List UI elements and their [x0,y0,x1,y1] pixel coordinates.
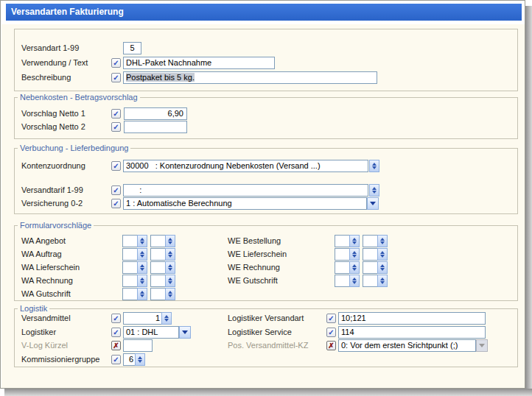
netto1-edit-toggle[interactable]: ✓ [111,109,121,119]
spinner-button[interactable] [165,235,175,247]
spinner-button[interactable] [349,235,360,247]
pos-versandmittel-kz-dropdown[interactable]: 0: Vor dem ersten Srichtpunkt (;) [338,339,488,352]
logistiker-versandart-edit-toggle[interactable]: ✓ [326,314,336,323]
spin-down-icon[interactable] [380,281,385,284]
spin-up-icon[interactable] [380,238,385,241]
logistiker-versandart-input[interactable]: 10;121 [338,312,486,325]
spin-down-icon[interactable] [352,268,357,271]
spinner-button[interactable] [349,261,360,274]
spin-input[interactable] [122,235,137,247]
logistiker-service-input[interactable]: 114 [338,326,486,339]
kontenzuordnung-edit-toggle[interactable]: ✓ [111,161,121,171]
spin-up-icon[interactable] [352,264,357,267]
spin-input[interactable] [122,261,137,274]
spin-down-icon[interactable] [140,255,144,258]
spin-up-icon[interactable] [138,356,142,359]
spin-input[interactable] [363,248,377,261]
spin-up-icon[interactable] [380,251,385,254]
kommissioniergruppe-input[interactable]: 6 [123,353,135,366]
spin-input[interactable] [150,288,165,300]
we-rechnung-spin1[interactable] [335,261,360,274]
spin-input[interactable] [335,235,349,247]
spin-down-icon[interactable] [140,281,144,284]
logistiker-service-edit-toggle[interactable]: ✓ [326,328,336,337]
spin-input[interactable] [363,235,377,247]
spin-down-icon[interactable] [140,241,144,244]
wa-gutschrift-spin1[interactable] [122,288,147,300]
beschreibung-input[interactable]: Postpaket bis 5 kg. [123,71,377,84]
we-gutschrift-spin2[interactable] [363,275,388,287]
spin-up-icon[interactable] [352,238,357,241]
spin-up-icon[interactable] [168,277,172,280]
spin-up-icon[interactable] [352,251,357,254]
wa-angebot-spin1[interactable] [122,235,147,247]
vlog-kuerzel-input[interactable] [123,339,153,352]
spin-up-icon[interactable] [352,277,357,280]
we-rechnung-spin2[interactable] [363,261,388,274]
spin-down-icon[interactable] [380,255,385,258]
spin-down-icon[interactable] [168,241,172,244]
spin-input[interactable] [335,248,349,261]
spinner-button[interactable] [377,261,388,274]
kommissioniergruppe-spinfield[interactable]: 6 [123,353,145,366]
spin-down-icon[interactable] [380,241,385,244]
spinner-button[interactable] [369,160,379,172]
spinner-button[interactable] [137,248,147,261]
spin-down-icon[interactable] [168,294,172,297]
pos-versandmittel-kz-value[interactable]: 0: Vor dem ersten Srichtpunkt (;) [338,339,476,352]
spinner-button[interactable] [377,275,388,287]
netto2-edit-toggle[interactable]: ✓ [111,122,121,132]
spinner-button[interactable] [165,288,175,300]
spin-up-icon[interactable] [140,238,144,241]
spin-up-icon[interactable] [168,238,172,241]
spin-up-icon[interactable] [168,291,172,294]
dropdown-button[interactable] [367,197,379,210]
spinner-button[interactable] [369,184,379,197]
netto1-input[interactable]: 6,90 [124,107,187,120]
we-lieferschein-spin1[interactable] [335,248,360,261]
spin-down-icon[interactable] [372,166,377,169]
dropdown-button[interactable] [179,326,191,339]
spinner-button[interactable] [137,288,147,300]
spinner-button[interactable] [165,275,175,287]
spin-down-icon[interactable] [352,241,357,244]
spin-down-icon[interactable] [164,319,169,322]
spin-up-icon[interactable] [372,187,377,190]
vlog-kuerzel-edit-toggle[interactable]: ✗ [111,341,121,350]
spin-up-icon[interactable] [380,264,385,267]
spinner-button[interactable] [165,261,175,274]
wa-angebot-spin2[interactable] [150,235,175,247]
spin-input[interactable] [150,261,165,274]
spin-down-icon[interactable] [140,294,144,297]
spin-input[interactable] [122,288,137,300]
wa-rechnung-spin2[interactable] [150,275,175,287]
versandmittel-edit-toggle[interactable]: ✓ [111,314,121,323]
pos-versandmittel-kz-edit-toggle[interactable]: ✗ [326,341,336,350]
logistiker-edit-toggle[interactable]: ✓ [111,328,121,337]
wa-gutschrift-spin2[interactable] [150,288,175,300]
spinner-button[interactable] [137,235,147,247]
spin-up-icon[interactable] [140,291,144,294]
verwendung-input[interactable]: DHL-Paket Nachnahme [123,57,275,69]
spinner-button[interactable] [349,248,360,261]
spin-down-icon[interactable] [372,191,377,194]
versandtarif-input[interactable]: : [123,184,368,197]
spin-up-icon[interactable] [140,277,144,280]
spinner-button[interactable] [377,248,388,261]
versicherung-value[interactable]: 1 : Automatische Berechnung [123,197,367,210]
verwendung-edit-toggle[interactable]: ✓ [111,58,121,68]
we-lieferschein-spin2[interactable] [363,248,388,261]
wa-auftrag-spin1[interactable] [122,248,147,261]
spin-down-icon[interactable] [140,268,144,271]
spin-input[interactable] [150,235,165,247]
wa-auftrag-spin2[interactable] [150,248,175,261]
logistiker-value[interactable]: 01 : DHL [123,326,179,339]
versandtarif-edit-toggle[interactable]: ✓ [111,185,121,195]
spinner-button[interactable] [165,248,175,261]
spin-input[interactable] [150,248,165,261]
versandmittel-input[interactable]: 1 [123,312,161,325]
spin-input[interactable] [122,248,137,261]
kontenzuordnung-spinner[interactable] [369,160,379,172]
wa-rechnung-spin1[interactable] [122,275,147,287]
spin-input[interactable] [150,275,165,287]
